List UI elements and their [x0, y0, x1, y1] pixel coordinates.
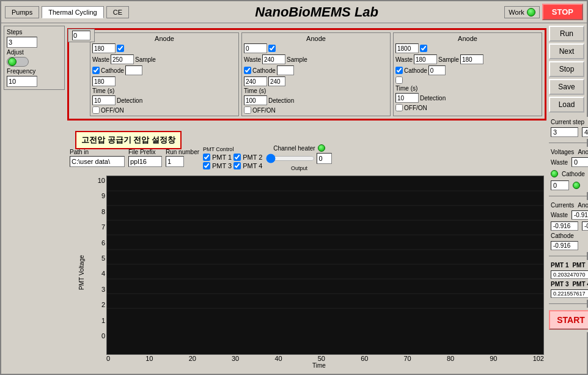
anode-header-1: Anode	[92, 35, 237, 42]
tab-thermal[interactable]: Thermal Cycling	[42, 6, 103, 18]
pmt4-check[interactable]	[233, 162, 241, 169]
pmt1-val-value: 0.203247070	[551, 270, 588, 279]
chart-canvas	[107, 176, 543, 323]
work-label: Work	[509, 9, 524, 16]
cathode-val-2[interactable]	[277, 65, 294, 75]
waste-check-2[interactable]	[244, 67, 251, 74]
run-input[interactable]	[166, 156, 184, 167]
work-indicator: Work	[504, 6, 539, 18]
anode-check-2[interactable]	[268, 45, 276, 52]
anode-header-3: Anode	[395, 35, 540, 42]
waste-val-2[interactable]	[262, 54, 285, 64]
start-button[interactable]: START	[549, 310, 588, 330]
anode-val-2[interactable]	[244, 43, 267, 53]
cathode-val-1[interactable]	[125, 65, 142, 75]
pmt2-val-label: PMT	[572, 262, 585, 269]
output-label: Output	[291, 165, 307, 171]
current-step-label: Current step	[551, 119, 584, 125]
voltages-label: Voltages	[551, 149, 574, 155]
time-val-3[interactable]	[395, 93, 419, 103]
detection-label-2: Detection	[268, 97, 294, 104]
curr-cathode-value: -0.916	[551, 241, 578, 250]
anode-val-1[interactable]	[92, 43, 116, 53]
pmt1-label: PMT 1	[212, 154, 232, 161]
save-button[interactable]: Save	[549, 79, 584, 95]
left-panel: Steps Adjust Frequency	[4, 26, 65, 371]
cathode-v-led	[573, 182, 580, 189]
heater-slider[interactable]	[266, 154, 315, 163]
waste-label-3: Waste	[395, 56, 413, 63]
detection-check-2[interactable]	[244, 106, 251, 114]
detection-check-3[interactable]	[395, 104, 403, 111]
next-button[interactable]: Next	[549, 43, 584, 59]
sample-val-3[interactable]	[460, 54, 483, 64]
waste-check-1[interactable]	[92, 67, 100, 74]
cathode-check-3[interactable]	[395, 76, 403, 84]
heater-output[interactable]	[317, 153, 332, 164]
cathode-extra-2[interactable]	[268, 76, 285, 86]
waste-check-3[interactable]	[395, 67, 403, 74]
curr-waste-label: Waste	[551, 212, 568, 218]
waste-label-2: Waste	[244, 56, 261, 63]
prefix-input[interactable]	[128, 156, 162, 167]
step-display-input[interactable]	[72, 31, 90, 40]
time-val-2[interactable]	[244, 95, 267, 105]
cathode-val2-2[interactable]	[244, 76, 267, 86]
cathode-v-value: 0	[551, 180, 569, 190]
anode-col-1: Anode Waste Sample Cathode	[90, 32, 239, 116]
anode-val-3[interactable]	[395, 43, 419, 53]
toggle-circle	[8, 58, 17, 66]
right-action-buttons: Run Next Stop Save Load Current step Ela…	[549, 26, 584, 371]
detection-label-1: Detection	[117, 97, 142, 104]
run-group: Run number	[166, 149, 199, 167]
tab-pumps[interactable]: Pumps	[5, 6, 39, 18]
currents-label: Currents	[551, 202, 574, 209]
anode-check-1[interactable]	[117, 45, 124, 52]
steps-group: Steps Adjust Frequency	[4, 26, 65, 90]
path-group: Path in	[70, 149, 125, 167]
voltage-box: Anode Waste Sample Cathode	[67, 28, 546, 121]
steps-input[interactable]	[7, 37, 37, 48]
detection-check-1[interactable]	[92, 106, 100, 114]
time-val-1[interactable]	[92, 95, 116, 105]
tab-ce[interactable]: CE	[106, 6, 129, 18]
step-display	[68, 29, 95, 42]
pmt1-check[interactable]	[203, 154, 210, 161]
pmt3-check[interactable]	[203, 162, 210, 169]
sample-label-2: Sample	[287, 56, 307, 63]
pmt3-val-value: 0.221557617	[551, 289, 588, 298]
run-label: Run number	[166, 149, 199, 155]
pmt4-val-label: PMT 4	[572, 281, 588, 288]
waste-val-3[interactable]	[414, 54, 437, 64]
run-button[interactable]: Run	[549, 26, 584, 42]
cathode-val-3[interactable]	[428, 65, 446, 75]
anode-v-label: Anode	[578, 149, 588, 155]
path-input[interactable]	[70, 156, 125, 167]
pmt3-val-label: PMT 3	[551, 281, 568, 288]
pmt2-check[interactable]	[233, 154, 241, 161]
currents-group: Currents Anode Waste -0.916 Sample -0.91…	[549, 200, 588, 252]
work-led	[527, 8, 535, 17]
stop-button-top[interactable]: STOP	[542, 4, 583, 20]
sample-label-1: Sample	[135, 56, 156, 63]
curr-sample-value: -0.305	[582, 221, 588, 231]
channel-heater-led	[318, 144, 325, 152]
pmt1-val-label: PMT 1	[551, 262, 568, 269]
chart-section: PMT Voltage 10 9 8 7 6	[67, 176, 546, 371]
anode-check-3[interactable]	[420, 45, 427, 52]
waste-label-1: Waste	[92, 56, 109, 63]
waste-val-1[interactable]	[111, 54, 134, 64]
cathode-val2-1[interactable]	[92, 76, 116, 86]
sample-label-3: Sample	[438, 56, 459, 63]
load-button[interactable]: Load	[549, 97, 584, 113]
cathode-v-label: Cathode	[562, 171, 585, 177]
stop-action-button[interactable]: Stop	[549, 61, 584, 77]
time-label-2: Time (s)	[244, 87, 266, 94]
anode-col-2: Anode Waste Sample Cathode	[241, 32, 391, 116]
frequency-input[interactable]	[7, 76, 37, 87]
app-title: NanoBioMEMS Lab	[131, 4, 502, 20]
adjust-toggle[interactable]	[7, 57, 29, 67]
step-elap-group: Current step Elap. Time 3 450.1	[549, 117, 588, 139]
y-axis-label: PMT Voltage	[79, 254, 86, 289]
elap-time-value: 450.1	[582, 127, 588, 137]
